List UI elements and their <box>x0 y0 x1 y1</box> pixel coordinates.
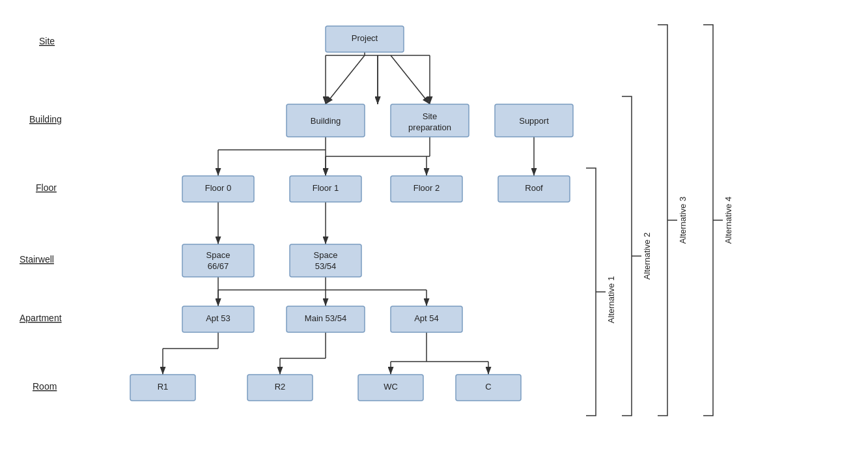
brace-alt2 <box>622 96 641 416</box>
node-floor0-label: Floor 0 <box>205 183 231 193</box>
node-space5354-label2: 53/54 <box>315 261 337 271</box>
node-space6667-label1: Space <box>206 250 231 260</box>
label-floor: Floor <box>36 182 57 193</box>
node-main5354-label: Main 53/54 <box>305 313 346 323</box>
brace-alt3 <box>658 25 677 416</box>
node-space5354-label1: Space <box>314 250 338 260</box>
label-alt3: Alternative 3 <box>678 197 688 244</box>
node-space6667 <box>182 244 254 277</box>
node-support-label: Support <box>519 116 549 126</box>
node-project-label: Project <box>352 33 378 43</box>
node-site-prep-label2: preparation <box>408 122 451 132</box>
node-space6667-label2: 66/67 <box>208 261 229 271</box>
svg-line-1 <box>326 55 365 104</box>
node-floor2-label: Floor 2 <box>413 183 440 193</box>
svg-line-3 <box>391 55 430 104</box>
label-site: Site <box>39 36 55 46</box>
node-building-label: Building <box>311 116 341 126</box>
label-alt1: Alternative 1 <box>606 276 616 323</box>
node-floor1-label: Floor 1 <box>313 183 339 193</box>
node-roof-label: Roof <box>525 183 543 193</box>
label-building: Building <box>29 114 62 124</box>
node-apt54-label: Apt 54 <box>414 313 439 323</box>
brace-alt4 <box>703 25 723 416</box>
node-apt53-label: Apt 53 <box>206 313 231 323</box>
node-c-label: C <box>485 382 491 392</box>
brace-alt1 <box>586 168 606 416</box>
label-stairwell: Stairwell <box>20 254 54 265</box>
node-r2-label: R2 <box>275 382 286 392</box>
label-apartment: Apartment <box>20 313 62 323</box>
node-site-prep-label: Site <box>423 111 437 121</box>
node-space5354 <box>290 244 361 277</box>
label-alt4: Alternative 4 <box>723 197 733 244</box>
label-room: Room <box>33 381 57 392</box>
diagram-container: Site Building Floor Stairwell Apartment … <box>0 0 868 458</box>
node-wc-label: WC <box>384 382 398 392</box>
label-alt2: Alternative 2 <box>642 233 652 279</box>
node-r1-label: R1 <box>158 382 169 392</box>
